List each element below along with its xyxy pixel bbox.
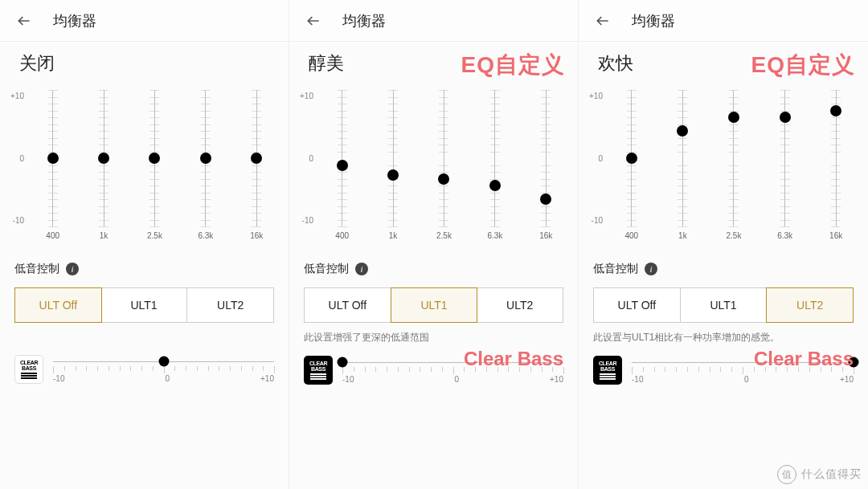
info-icon[interactable]: i bbox=[645, 263, 657, 275]
eq-band-slider[interactable] bbox=[421, 90, 466, 226]
clearbass-slider[interactable]: -100+10 bbox=[53, 355, 274, 384]
ult-option-button[interactable]: ULT2 bbox=[187, 288, 273, 322]
ult-option-button[interactable]: ULT Off bbox=[305, 288, 391, 322]
clearbass-icon-line1: CLEAR bbox=[599, 361, 616, 366]
eq-band: 1k bbox=[81, 90, 126, 242]
eq-band: 2.5k bbox=[421, 90, 466, 242]
eq-band-slider[interactable] bbox=[320, 90, 365, 226]
eq-sliders: 4001k2.5k6.3k16k bbox=[606, 90, 862, 242]
clearbass-tick-label: 0 bbox=[454, 375, 459, 384]
eq-sliders: 4001k2.5k6.3k16k bbox=[27, 90, 282, 242]
clearbass-icon[interactable]: CLEARBASS bbox=[14, 355, 43, 384]
arrow-left-icon bbox=[595, 13, 611, 29]
eq-band: 2.5k bbox=[711, 90, 756, 242]
eq-knob[interactable] bbox=[438, 173, 449, 185]
eq-knob[interactable] bbox=[200, 153, 211, 164]
eq-band: 1k bbox=[660, 90, 705, 242]
clearbass-icon-line2: BASS bbox=[22, 365, 36, 371]
info-icon[interactable]: i bbox=[66, 263, 79, 275]
clearbass-icon[interactable]: CLEARBASS bbox=[593, 356, 622, 385]
eq-band-slider[interactable] bbox=[132, 90, 177, 226]
eq-band: 6.3k bbox=[183, 90, 228, 242]
ult-option-button[interactable]: ULT2 bbox=[477, 288, 563, 322]
eq-y-axis: +100-10 bbox=[3, 90, 27, 226]
eq-track bbox=[733, 90, 734, 226]
eq-knob[interactable] bbox=[149, 153, 160, 164]
eq-band: 6.3k bbox=[473, 90, 518, 242]
eq-band-slider[interactable] bbox=[473, 90, 518, 226]
y-tick-label: -10 bbox=[302, 216, 313, 225]
clearbass-slider[interactable]: -100+10 bbox=[632, 356, 854, 385]
eq-panel: 均衡器醇美EQ自定义+100-104001k2.5k6.3k16k低音控制iUL… bbox=[289, 0, 579, 489]
eq-knob[interactable] bbox=[47, 153, 59, 164]
ult-option-button[interactable]: ULT Off bbox=[594, 288, 681, 322]
clearbass-knob[interactable] bbox=[158, 357, 169, 367]
clearbass-row: CLEARBASS-100+10Clear Bass bbox=[289, 356, 578, 385]
eq-knob[interactable] bbox=[728, 112, 739, 123]
eq-panel: 均衡器关闭+100-104001k2.5k6.3k16k低音控制iULT Off… bbox=[0, 0, 289, 489]
clearbass-knob[interactable] bbox=[849, 357, 859, 368]
page-title: 均衡器 bbox=[342, 11, 386, 31]
eq-knob[interactable] bbox=[540, 194, 551, 205]
eq-band: 400 bbox=[31, 90, 76, 242]
clearbass-icon[interactable]: CLEARBASS bbox=[304, 356, 333, 385]
eq-band-slider[interactable] bbox=[183, 90, 228, 226]
eq-band-slider[interactable] bbox=[81, 90, 126, 226]
eq-freq-label: 1k bbox=[389, 231, 398, 240]
eq-band-slider[interactable] bbox=[763, 90, 808, 226]
eq-knob[interactable] bbox=[98, 153, 109, 164]
eq-band-slider[interactable] bbox=[660, 90, 705, 226]
ult-option-button[interactable]: ULT1 bbox=[391, 287, 478, 323]
bass-title-row: 低音控制i bbox=[593, 262, 854, 276]
ult-option-button[interactable]: ULT1 bbox=[101, 288, 188, 322]
eq-knob[interactable] bbox=[780, 112, 791, 123]
clearbass-labels: -100+10 bbox=[342, 375, 563, 384]
info-icon[interactable]: i bbox=[355, 263, 368, 275]
eq-freq-label: 6.3k bbox=[198, 231, 213, 240]
back-button[interactable] bbox=[304, 11, 323, 31]
eq-chart: +100-104001k2.5k6.3k16k bbox=[289, 90, 578, 242]
arrow-left-icon bbox=[16, 13, 32, 29]
eq-band: 2.5k bbox=[132, 90, 177, 242]
eq-band-slider[interactable] bbox=[813, 90, 858, 226]
eq-knob[interactable] bbox=[830, 105, 841, 116]
eq-knob[interactable] bbox=[489, 180, 501, 191]
eq-band-slider[interactable] bbox=[371, 90, 416, 226]
clearbass-tick-label: +10 bbox=[260, 374, 274, 383]
ult-segmented-control: ULT OffULT1ULT2 bbox=[593, 287, 854, 323]
y-tick-label: -10 bbox=[592, 216, 603, 225]
eq-band: 16k bbox=[813, 90, 858, 242]
ult-option-button[interactable]: ULT1 bbox=[681, 288, 768, 322]
eq-band: 400 bbox=[320, 90, 365, 242]
eq-knob[interactable] bbox=[251, 153, 262, 164]
eq-freq-label: 16k bbox=[250, 231, 263, 240]
clearbass-track bbox=[632, 362, 854, 363]
clearbass-slider[interactable]: -100+10 bbox=[342, 356, 563, 385]
eq-knob[interactable] bbox=[626, 153, 637, 164]
preset-name[interactable]: 关闭 bbox=[19, 53, 55, 73]
ult-option-button[interactable]: ULT Off bbox=[14, 287, 102, 323]
eq-freq-label: 400 bbox=[624, 231, 638, 240]
clearbass-knob[interactable] bbox=[338, 357, 348, 368]
clearbass-icon-line1: CLEAR bbox=[309, 361, 327, 366]
y-tick-label: 0 bbox=[19, 154, 24, 163]
preset-name[interactable]: 欢快 bbox=[598, 53, 633, 73]
back-button[interactable] bbox=[593, 11, 612, 31]
eq-band-slider[interactable] bbox=[31, 90, 76, 226]
eq-band-slider[interactable] bbox=[711, 90, 756, 226]
bass-section: 低音控制iULT OffULT1ULT2此设置增强了更深的低通范围 bbox=[289, 262, 578, 344]
back-button[interactable] bbox=[14, 11, 34, 31]
eq-knob[interactable] bbox=[387, 169, 399, 181]
eq-band-slider[interactable] bbox=[234, 90, 279, 226]
eq-band-slider[interactable] bbox=[523, 90, 568, 226]
y-tick-label: +10 bbox=[300, 92, 313, 100]
eq-knob[interactable] bbox=[337, 160, 348, 171]
eq-freq-label: 6.3k bbox=[487, 231, 502, 240]
clearbass-row: CLEARBASS-100+10Clear Bass bbox=[579, 356, 868, 385]
eq-band-slider[interactable] bbox=[609, 90, 654, 226]
eq-knob[interactable] bbox=[677, 125, 688, 137]
ult-option-button[interactable]: ULT2 bbox=[766, 287, 854, 323]
bass-description: 此设置与ULT1相比有一种功率增加的感觉。 bbox=[593, 331, 854, 344]
preset-name[interactable]: 醇美 bbox=[309, 53, 344, 73]
eq-sliders: 4001k2.5k6.3k16k bbox=[317, 90, 571, 242]
